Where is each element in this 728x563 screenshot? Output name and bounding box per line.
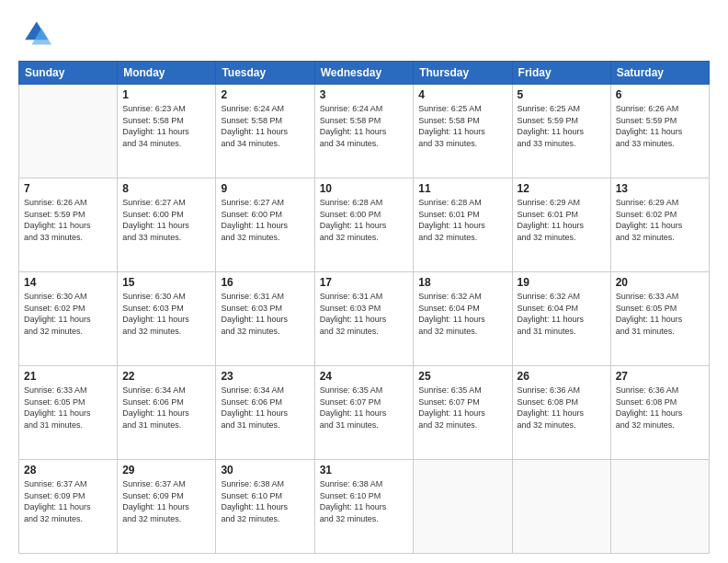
day-number: 29: [122, 464, 210, 477]
day-info: Sunrise: 6:33 AM Sunset: 6:05 PM Dayligh…: [616, 291, 704, 337]
day-number: 1: [122, 88, 210, 101]
day-number: 12: [518, 182, 606, 195]
day-number: 11: [418, 182, 506, 195]
day-number: 27: [616, 370, 704, 383]
page: SundayMondayTuesdayWednesdayThursdayFrid…: [0, 0, 728, 563]
day-info: Sunrise: 6:30 AM Sunset: 6:03 PM Dayligh…: [122, 291, 210, 337]
logo: [18, 17, 55, 50]
day-info: Sunrise: 6:26 AM Sunset: 5:59 PM Dayligh…: [616, 103, 704, 149]
day-number: 21: [24, 370, 112, 383]
calendar-cell: 21Sunrise: 6:33 AM Sunset: 6:05 PM Dayli…: [19, 366, 118, 460]
day-number: 3: [320, 88, 409, 101]
calendar-cell: 8Sunrise: 6:27 AM Sunset: 6:00 PM Daylig…: [118, 178, 216, 272]
calendar-cell: 11Sunrise: 6:28 AM Sunset: 6:01 PM Dayli…: [414, 178, 512, 272]
day-number: 25: [418, 370, 506, 383]
day-info: Sunrise: 6:30 AM Sunset: 6:02 PM Dayligh…: [24, 291, 112, 337]
day-number: 31: [320, 464, 409, 477]
calendar-cell: 31Sunrise: 6:38 AM Sunset: 6:10 PM Dayli…: [314, 460, 414, 554]
day-number: 4: [418, 88, 506, 101]
calendar-cell: [512, 460, 610, 554]
day-info: Sunrise: 6:28 AM Sunset: 6:01 PM Dayligh…: [418, 197, 506, 243]
day-info: Sunrise: 6:34 AM Sunset: 6:06 PM Dayligh…: [221, 385, 309, 431]
calendar-cell: 29Sunrise: 6:37 AM Sunset: 6:09 PM Dayli…: [118, 460, 216, 554]
calendar-cell: 2Sunrise: 6:24 AM Sunset: 5:58 PM Daylig…: [216, 85, 314, 178]
day-number: 7: [24, 182, 112, 195]
day-info: Sunrise: 6:34 AM Sunset: 6:06 PM Dayligh…: [122, 385, 210, 431]
calendar-day-header: Monday: [118, 62, 216, 85]
day-number: 30: [221, 464, 309, 477]
day-number: 2: [221, 88, 309, 101]
calendar-week-row: 28Sunrise: 6:37 AM Sunset: 6:09 PM Dayli…: [19, 460, 710, 554]
day-info: Sunrise: 6:37 AM Sunset: 6:09 PM Dayligh…: [24, 478, 112, 524]
calendar-cell: 15Sunrise: 6:30 AM Sunset: 6:03 PM Dayli…: [118, 272, 216, 366]
calendar-cell: 19Sunrise: 6:32 AM Sunset: 6:04 PM Dayli…: [512, 272, 610, 366]
day-info: Sunrise: 6:32 AM Sunset: 6:04 PM Dayligh…: [518, 291, 606, 337]
day-info: Sunrise: 6:36 AM Sunset: 6:08 PM Dayligh…: [616, 385, 704, 431]
day-info: Sunrise: 6:35 AM Sunset: 6:07 PM Dayligh…: [418, 385, 506, 431]
calendar-cell: 14Sunrise: 6:30 AM Sunset: 6:02 PM Dayli…: [19, 272, 118, 366]
calendar-week-row: 14Sunrise: 6:30 AM Sunset: 6:02 PM Dayli…: [19, 272, 710, 366]
day-info: Sunrise: 6:38 AM Sunset: 6:10 PM Dayligh…: [221, 478, 309, 524]
day-number: 19: [518, 276, 606, 289]
day-number: 26: [518, 370, 606, 383]
day-info: Sunrise: 6:26 AM Sunset: 5:59 PM Dayligh…: [24, 197, 112, 243]
calendar-cell: 10Sunrise: 6:28 AM Sunset: 6:00 PM Dayli…: [314, 178, 414, 272]
calendar-day-header: Tuesday: [216, 62, 314, 85]
day-info: Sunrise: 6:38 AM Sunset: 6:10 PM Dayligh…: [320, 478, 409, 524]
calendar-cell: 20Sunrise: 6:33 AM Sunset: 6:05 PM Dayli…: [610, 272, 709, 366]
calendar-cell: 12Sunrise: 6:29 AM Sunset: 6:01 PM Dayli…: [512, 178, 610, 272]
day-number: 5: [518, 88, 606, 101]
calendar-cell: 4Sunrise: 6:25 AM Sunset: 5:58 PM Daylig…: [414, 85, 512, 178]
calendar-table: SundayMondayTuesdayWednesdayThursdayFrid…: [18, 61, 710, 554]
day-info: Sunrise: 6:31 AM Sunset: 6:03 PM Dayligh…: [320, 291, 409, 337]
calendar-cell: 25Sunrise: 6:35 AM Sunset: 6:07 PM Dayli…: [414, 366, 512, 460]
day-number: 23: [221, 370, 309, 383]
day-info: Sunrise: 6:25 AM Sunset: 5:58 PM Dayligh…: [418, 103, 506, 149]
calendar-cell: 5Sunrise: 6:25 AM Sunset: 5:59 PM Daylig…: [512, 85, 610, 178]
calendar-cell: 24Sunrise: 6:35 AM Sunset: 6:07 PM Dayli…: [314, 366, 414, 460]
calendar-cell: 13Sunrise: 6:29 AM Sunset: 6:02 PM Dayli…: [610, 178, 709, 272]
day-info: Sunrise: 6:32 AM Sunset: 6:04 PM Dayligh…: [418, 291, 506, 337]
day-info: Sunrise: 6:28 AM Sunset: 6:00 PM Dayligh…: [320, 197, 409, 243]
calendar-cell: 26Sunrise: 6:36 AM Sunset: 6:08 PM Dayli…: [512, 366, 610, 460]
header: [18, 17, 710, 50]
calendar-week-row: 21Sunrise: 6:33 AM Sunset: 6:05 PM Dayli…: [19, 366, 710, 460]
day-info: Sunrise: 6:31 AM Sunset: 6:03 PM Dayligh…: [221, 291, 309, 337]
calendar-cell: 17Sunrise: 6:31 AM Sunset: 6:03 PM Dayli…: [314, 272, 414, 366]
day-number: 6: [616, 88, 704, 101]
day-number: 13: [616, 182, 704, 195]
day-number: 8: [122, 182, 210, 195]
day-info: Sunrise: 6:33 AM Sunset: 6:05 PM Dayligh…: [24, 385, 112, 431]
calendar-cell: 9Sunrise: 6:27 AM Sunset: 6:00 PM Daylig…: [216, 178, 314, 272]
day-info: Sunrise: 6:27 AM Sunset: 6:00 PM Dayligh…: [221, 197, 309, 243]
day-info: Sunrise: 6:36 AM Sunset: 6:08 PM Dayligh…: [518, 385, 606, 431]
day-info: Sunrise: 6:27 AM Sunset: 6:00 PM Dayligh…: [122, 197, 210, 243]
calendar-day-header: Wednesday: [314, 62, 414, 85]
calendar-cell: 3Sunrise: 6:24 AM Sunset: 5:58 PM Daylig…: [314, 85, 414, 178]
calendar-cell: 7Sunrise: 6:26 AM Sunset: 5:59 PM Daylig…: [19, 178, 118, 272]
calendar-day-header: Friday: [512, 62, 610, 85]
calendar-week-row: 1Sunrise: 6:23 AM Sunset: 5:58 PM Daylig…: [19, 85, 710, 178]
calendar-cell: 1Sunrise: 6:23 AM Sunset: 5:58 PM Daylig…: [118, 85, 216, 178]
calendar-cell: 6Sunrise: 6:26 AM Sunset: 5:59 PM Daylig…: [610, 85, 709, 178]
day-number: 24: [320, 370, 409, 383]
calendar-day-header: Saturday: [610, 62, 709, 85]
calendar-cell: 23Sunrise: 6:34 AM Sunset: 6:06 PM Dayli…: [216, 366, 314, 460]
calendar-cell: 18Sunrise: 6:32 AM Sunset: 6:04 PM Dayli…: [414, 272, 512, 366]
day-info: Sunrise: 6:24 AM Sunset: 5:58 PM Dayligh…: [221, 103, 309, 149]
logo-icon: [18, 17, 51, 50]
calendar-cell: 22Sunrise: 6:34 AM Sunset: 6:06 PM Dayli…: [118, 366, 216, 460]
calendar-cell: [610, 460, 709, 554]
day-number: 14: [24, 276, 112, 289]
calendar-day-header: Thursday: [414, 62, 512, 85]
day-number: 15: [122, 276, 210, 289]
day-number: 18: [418, 276, 506, 289]
calendar-cell: 30Sunrise: 6:38 AM Sunset: 6:10 PM Dayli…: [216, 460, 314, 554]
day-number: 20: [616, 276, 704, 289]
calendar-cell: 27Sunrise: 6:36 AM Sunset: 6:08 PM Dayli…: [610, 366, 709, 460]
calendar-week-row: 7Sunrise: 6:26 AM Sunset: 5:59 PM Daylig…: [19, 178, 710, 272]
calendar-cell: 28Sunrise: 6:37 AM Sunset: 6:09 PM Dayli…: [19, 460, 118, 554]
day-info: Sunrise: 6:35 AM Sunset: 6:07 PM Dayligh…: [320, 385, 409, 431]
day-number: 10: [320, 182, 409, 195]
calendar-day-header: Sunday: [19, 62, 118, 85]
